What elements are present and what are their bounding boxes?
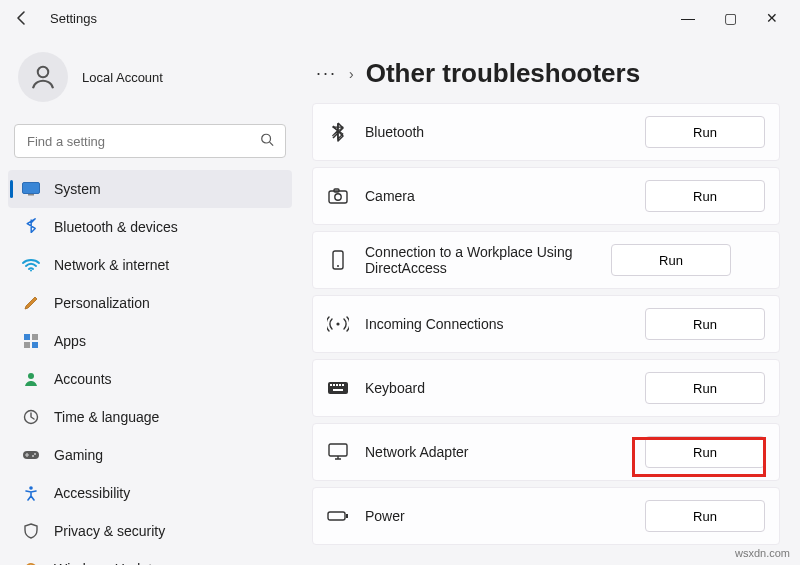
nav-item-time[interactable]: Time & language	[8, 398, 292, 436]
accounts-icon	[22, 370, 40, 388]
row-label: Power	[365, 508, 629, 524]
run-button[interactable]: Run	[645, 500, 765, 532]
troubleshooter-row-network-adapter: Network Adapter Run	[312, 423, 780, 481]
signal-icon	[327, 313, 349, 335]
svg-line-2	[270, 142, 274, 146]
system-icon	[22, 180, 40, 198]
main-pane: ··· › Other troubleshooters Bluetooth Ru…	[300, 36, 800, 565]
back-button[interactable]	[8, 4, 36, 32]
run-button-network-adapter[interactable]: Run	[645, 436, 765, 468]
account-name: Local Account	[82, 70, 163, 85]
page-title: Other troubleshooters	[366, 58, 640, 89]
apps-icon	[22, 332, 40, 350]
battery-icon	[327, 505, 349, 527]
nav-item-gaming[interactable]: Gaming	[8, 436, 292, 474]
svg-rect-9	[32, 342, 38, 348]
nav-item-update[interactable]: Windows Update	[8, 550, 292, 565]
svg-rect-22	[328, 382, 348, 394]
svg-point-21	[336, 322, 339, 325]
nav-label: Apps	[54, 333, 86, 349]
svg-point-13	[34, 453, 36, 455]
troubleshooter-row-incoming: Incoming Connections Run	[312, 295, 780, 353]
nav-label: Windows Update	[54, 561, 160, 565]
nav-label: Personalization	[54, 295, 150, 311]
nav-item-bluetooth[interactable]: Bluetooth & devices	[8, 208, 292, 246]
row-label: Network Adapter	[365, 444, 629, 460]
svg-rect-25	[336, 384, 338, 386]
row-label: Bluetooth	[365, 124, 629, 140]
nav-item-accounts[interactable]: Accounts	[8, 360, 292, 398]
chevron-right-icon: ›	[349, 66, 354, 82]
breadcrumb-overflow-button[interactable]: ···	[316, 63, 337, 84]
phone-icon	[327, 249, 349, 271]
search-icon	[260, 133, 274, 150]
brush-icon	[22, 294, 40, 312]
run-button[interactable]: Run	[645, 372, 765, 404]
nav-item-privacy[interactable]: Privacy & security	[8, 512, 292, 550]
row-label: Connection to a Workplace Using DirectAc…	[365, 244, 595, 276]
troubleshooter-row-camera: Camera Run	[312, 167, 780, 225]
svg-rect-8	[24, 342, 30, 348]
bluetooth-icon	[22, 218, 40, 236]
nav-label: Accounts	[54, 371, 112, 387]
clock-icon	[22, 408, 40, 426]
run-button[interactable]: Run	[645, 308, 765, 340]
arrow-left-icon	[14, 10, 30, 26]
svg-rect-3	[23, 183, 40, 194]
nav-item-apps[interactable]: Apps	[8, 322, 292, 360]
svg-rect-4	[28, 194, 34, 196]
run-button[interactable]: Run	[611, 244, 731, 276]
watermark: wsxdn.com	[735, 547, 790, 559]
run-button[interactable]: Run	[645, 180, 765, 212]
svg-point-17	[335, 194, 341, 200]
accessibility-icon	[22, 484, 40, 502]
search-input[interactable]	[14, 124, 286, 158]
close-button[interactable]: ✕	[762, 10, 782, 26]
gaming-icon	[22, 446, 40, 464]
row-label: Camera	[365, 188, 629, 204]
svg-rect-24	[333, 384, 335, 386]
nav-item-accessibility[interactable]: Accessibility	[8, 474, 292, 512]
nav-label: Time & language	[54, 409, 159, 425]
account-block[interactable]: Local Account	[8, 44, 292, 118]
svg-point-0	[38, 67, 49, 78]
svg-point-5	[30, 270, 32, 272]
svg-point-14	[32, 455, 34, 457]
wifi-icon	[22, 256, 40, 274]
svg-rect-26	[339, 384, 341, 386]
nav-item-network[interactable]: Network & internet	[8, 246, 292, 284]
nav-label: Network & internet	[54, 257, 169, 273]
run-button[interactable]: Run	[645, 116, 765, 148]
bluetooth-icon	[327, 121, 349, 143]
nav-item-system[interactable]: System	[8, 170, 292, 208]
update-icon	[22, 560, 40, 565]
row-label: Keyboard	[365, 380, 629, 396]
troubleshooter-row-bluetooth: Bluetooth Run	[312, 103, 780, 161]
svg-rect-28	[333, 389, 343, 391]
troubleshooter-row-power: Power Run	[312, 487, 780, 545]
title-bar: Settings — ▢ ✕	[0, 0, 800, 36]
shield-icon	[22, 522, 40, 540]
svg-rect-6	[24, 334, 30, 340]
svg-rect-23	[330, 384, 332, 386]
row-label: Incoming Connections	[365, 316, 629, 332]
nav-label: Bluetooth & devices	[54, 219, 178, 235]
monitor-icon	[327, 441, 349, 463]
nav-label: Gaming	[54, 447, 103, 463]
svg-point-1	[262, 134, 271, 143]
nav-label: Privacy & security	[54, 523, 165, 539]
camera-icon	[327, 185, 349, 207]
nav-list: System Bluetooth & devices Network & int…	[8, 170, 292, 565]
search-box	[14, 124, 286, 158]
nav-label: System	[54, 181, 101, 197]
nav-label: Accessibility	[54, 485, 130, 501]
maximize-button[interactable]: ▢	[720, 10, 740, 26]
nav-item-personalization[interactable]: Personalization	[8, 284, 292, 322]
page-header: ··· › Other troubleshooters	[316, 58, 776, 89]
svg-point-20	[337, 265, 339, 267]
svg-rect-7	[32, 334, 38, 340]
svg-rect-31	[346, 514, 348, 518]
window-title: Settings	[50, 11, 97, 26]
minimize-button[interactable]: —	[678, 10, 698, 26]
svg-rect-27	[342, 384, 344, 386]
